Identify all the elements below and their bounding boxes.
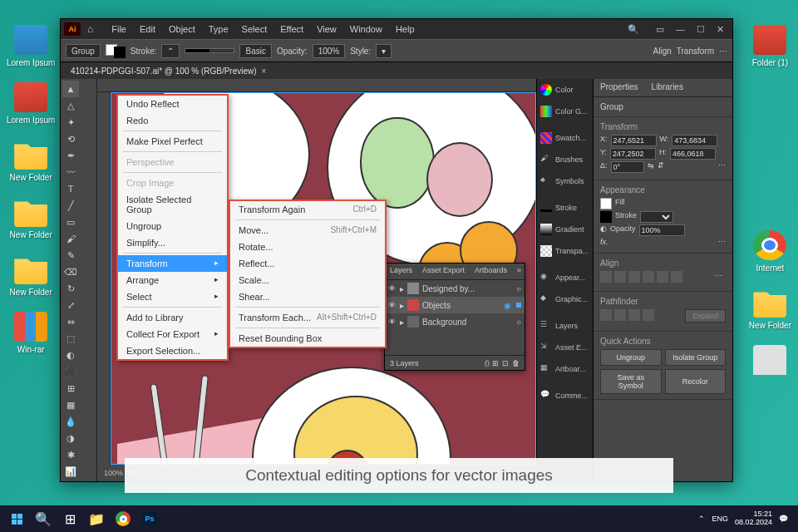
direct-selection-tool[interactable]: △: [62, 97, 79, 114]
intersect-icon[interactable]: [628, 309, 640, 321]
tray-chevron-icon[interactable]: ⌃: [698, 515, 705, 523]
panel-brushes[interactable]: 🖌Brushes: [537, 149, 593, 170]
expand-icon[interactable]: ▸: [400, 284, 404, 293]
visibility-icon[interactable]: 👁: [388, 318, 397, 326]
curvature-tool[interactable]: 〰: [62, 164, 79, 180]
context-menu-item[interactable]: Scale...: [230, 272, 385, 288]
context-menu-item[interactable]: Redo: [118, 112, 227, 129]
align-more-icon[interactable]: ⋯: [714, 271, 726, 283]
fx-label[interactable]: fx.: [600, 238, 608, 246]
menu-edit[interactable]: Edit: [133, 21, 162, 37]
stroke-weight-select[interactable]: [640, 211, 673, 223]
arrange-icon[interactable]: ▭: [651, 24, 669, 35]
context-menu-item[interactable]: Transform▸: [118, 255, 227, 272]
desktop-shortcut[interactable]: New Folder: [7, 140, 55, 182]
context-menu-item[interactable]: Select▸: [118, 288, 227, 305]
desktop-shortcut[interactable]: Folder (1): [749, 25, 791, 67]
artboard-tool[interactable]: ▢: [62, 480, 79, 481]
tab-layers[interactable]: Layers: [385, 264, 417, 279]
layer-row[interactable]: 👁▸Background○: [385, 313, 525, 330]
search-button[interactable]: 🔍: [30, 507, 57, 530]
new-sublayer-icon[interactable]: ⊞: [492, 359, 499, 367]
panel-gradient[interactable]: Gradient: [537, 219, 593, 240]
context-menu-item[interactable]: Undo Reflect: [118, 96, 227, 112]
desktop-shortcut[interactable]: Win-rar: [7, 312, 55, 354]
scale-tool[interactable]: ⤢: [62, 297, 79, 313]
shaper-tool[interactable]: ✎: [62, 247, 79, 264]
style-select[interactable]: ▾: [376, 44, 392, 58]
symbol-sprayer-tool[interactable]: ✱: [62, 446, 79, 463]
layer-name[interactable]: Designed by...: [422, 284, 475, 293]
menu-type[interactable]: Type: [202, 21, 235, 37]
desktop-shortcut[interactable]: New Folder: [7, 197, 55, 239]
w-input[interactable]: [672, 135, 717, 146]
panel-appearance[interactable]: ◉Appear...: [537, 267, 593, 288]
brush-def[interactable]: Basic: [239, 44, 271, 58]
close-icon[interactable]: ✕: [712, 24, 729, 35]
fill-stroke-swatch[interactable]: [106, 44, 126, 58]
flip-h-icon[interactable]: ⇋: [648, 161, 654, 173]
context-menu-item[interactable]: Reflect...: [230, 255, 385, 272]
notifications-icon[interactable]: 💬: [779, 515, 788, 523]
align-hcenter-icon[interactable]: [614, 271, 626, 283]
context-menu-item[interactable]: Simplify...: [118, 234, 227, 251]
panel-artboards[interactable]: ▦Artboar...: [537, 358, 593, 380]
taskview-button[interactable]: ⊞: [57, 507, 83, 530]
align-bottom-icon[interactable]: [671, 271, 682, 283]
context-menu-item[interactable]: Transform Each...Alt+Shift+Ctrl+D: [230, 309, 385, 326]
mesh-tool[interactable]: ⊞: [62, 380, 79, 397]
context-menu-item[interactable]: Arrange▸: [118, 272, 227, 288]
rotate-tool[interactable]: ↻: [62, 280, 79, 297]
y-input[interactable]: [610, 148, 656, 160]
tab-close-icon[interactable]: ×: [262, 66, 267, 76]
menu-select[interactable]: Select: [235, 21, 274, 37]
graph-tool[interactable]: 📊: [62, 463, 79, 480]
selection-type[interactable]: Group: [66, 44, 101, 58]
tab-libraries[interactable]: Libraries: [645, 79, 690, 96]
context-menu-item[interactable]: Add to Library: [118, 309, 227, 326]
photoshop-button[interactable]: Ps: [136, 507, 163, 530]
desktop-shortcut[interactable]: [749, 345, 791, 378]
layer-row[interactable]: 👁▸Objects◉: [385, 297, 525, 313]
desktop-shortcut[interactable]: Lorem Ipsum: [7, 82, 55, 125]
panel-asset-export[interactable]: ⇲Asset E...: [537, 337, 593, 358]
rectangle-tool[interactable]: ▭: [62, 214, 79, 230]
panel-stroke[interactable]: Stroke: [537, 197, 593, 219]
document-tab[interactable]: 410214-PDPGGI-507.ai* @ 100 % (RGB/Previ…: [71, 66, 257, 76]
blend-tool[interactable]: ◑: [62, 430, 79, 446]
align-top-icon[interactable]: [643, 271, 654, 283]
start-button[interactable]: [3, 507, 30, 530]
context-menu-item[interactable]: Move...Shift+Ctrl+M: [230, 222, 385, 239]
target-icon[interactable]: ○: [516, 284, 521, 293]
menu-help[interactable]: Help: [389, 21, 421, 37]
magic-wand-tool[interactable]: ✦: [62, 114, 79, 131]
context-menu-item[interactable]: Ungroup: [118, 218, 227, 234]
align-right-icon[interactable]: [628, 271, 640, 283]
stroke-swatch[interactable]: [600, 211, 612, 223]
target-icon[interactable]: ○: [516, 318, 521, 327]
context-menu-item[interactable]: Collect For Export▸: [118, 326, 227, 342]
context-menu-item[interactable]: Rotate...: [230, 239, 385, 255]
menu-object[interactable]: Object: [162, 21, 202, 37]
panel-comments[interactable]: 💬Comme...: [537, 385, 593, 406]
context-menu-item[interactable]: Shear...: [230, 288, 385, 305]
type-tool[interactable]: T: [62, 180, 79, 197]
panel-collapse-icon[interactable]: »: [514, 264, 525, 279]
transform-menu[interactable]: Transform: [677, 47, 714, 56]
menu-file[interactable]: File: [105, 21, 133, 37]
delete-layer-icon[interactable]: 🗑: [512, 359, 520, 367]
gradient-tool[interactable]: ▦: [62, 397, 79, 413]
menu-view[interactable]: View: [310, 21, 343, 37]
target-icon[interactable]: ◉: [504, 301, 511, 310]
visibility-icon[interactable]: 👁: [388, 284, 397, 293]
explorer-button[interactable]: 📁: [83, 507, 110, 530]
isolate-button[interactable]: Isolate Group: [665, 349, 727, 366]
desktop-shortcut[interactable]: New Folder: [7, 254, 55, 297]
zoom-display[interactable]: 100%: [104, 469, 123, 477]
locate-icon[interactable]: ⎙: [485, 359, 489, 367]
stroke-profile[interactable]: [185, 48, 234, 53]
ungroup-button[interactable]: Ungroup: [600, 349, 662, 366]
opacity-value[interactable]: 100%: [313, 44, 346, 58]
recolor-button[interactable]: Recolor: [665, 369, 727, 394]
desktop-shortcut[interactable]: Lorem Ipsum: [7, 25, 55, 67]
